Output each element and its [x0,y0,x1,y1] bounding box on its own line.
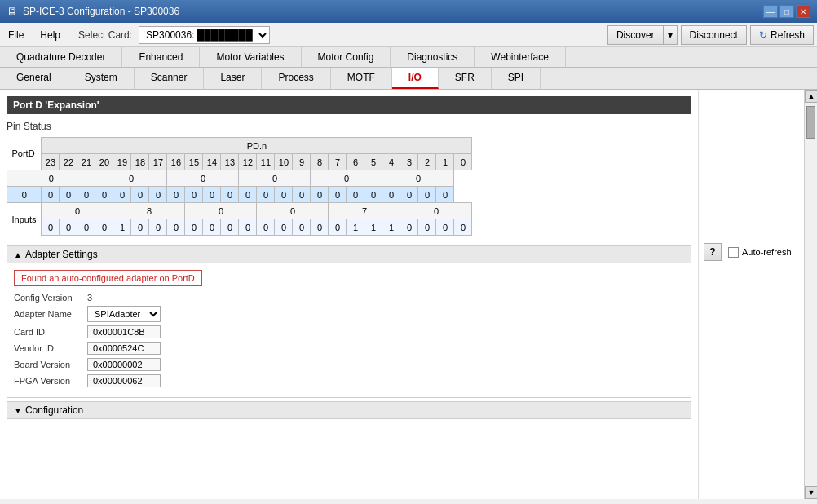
input-cell-6: 0 [149,219,167,236]
input-cell-22: 0 [436,219,454,236]
input-cell-10: 0 [221,219,239,236]
input-cell-15: 0 [311,219,329,236]
config-version-label: Config Version [14,293,87,303]
output-cell-19: 0 [364,187,382,203]
col-header-5: 5 [364,154,382,170]
main-panel: Port D 'Expansion' Pin Status PortD PD.n… [0,90,698,499]
input-cell-5: 0 [131,219,149,236]
inputs-group-row: Inputs 080070 [7,203,472,219]
tab1-motor-variables[interactable]: Motor Variables [200,47,301,67]
output-cell-15: 0 [293,187,311,203]
title-bar: 🖥 SP-ICE-3 Configuration - SP300036 — □ … [0,0,817,23]
outputs-group-3: 0 [239,170,311,187]
tab1-enhanced[interactable]: Enhanced [122,47,200,67]
output-cell-3: 0 [77,187,95,203]
close-button[interactable]: ✕ [796,5,810,18]
col-header-9: 9 [293,154,311,170]
scroll-down-button[interactable]: ▼ [805,486,817,499]
tab1-diagnostics[interactable]: Diagnostics [391,47,475,67]
adapter-name-select[interactable]: SPIAdapter [87,306,161,322]
tab2-spi[interactable]: SPI [492,68,541,89]
scroll-up-button[interactable]: ▲ [805,90,817,103]
scroll-thumb[interactable] [806,106,815,139]
help-menu[interactable]: Help [35,28,65,42]
tab2-sfr[interactable]: SFR [439,68,492,89]
col-header-2: 2 [418,154,436,170]
inputs-group-0: 0 [42,203,113,219]
output-cell-10: 0 [203,187,221,203]
auto-refresh-checkbox[interactable] [728,247,739,258]
input-cell-13: 0 [275,219,293,236]
col-header-7: 7 [329,154,347,170]
tab2-io[interactable]: I/O [392,68,439,89]
input-cell-1: 0 [60,219,77,236]
app-icon: 🖥 [7,5,18,18]
card-select[interactable]: SP300036: ████████ [139,26,270,44]
col-header-3: 3 [400,154,418,170]
outputs-group-4: 0 [311,170,382,187]
col-header-10: 10 [275,154,293,170]
tab2-laser[interactable]: Laser [204,68,262,89]
maximize-button[interactable]: □ [779,5,794,18]
fpga-version-row: FPGA Version 0x00000062 [14,374,684,387]
output-cell-16: 0 [311,187,329,203]
input-cell-8: 0 [185,219,203,236]
output-cell-21: 0 [400,187,418,203]
inputs-group-4: 7 [329,203,400,219]
tab1-webinterface[interactable]: Webinterface [475,47,565,67]
inputs-group-2: 0 [185,203,257,219]
card-id-value: 0x00001C8B [87,325,161,338]
outputs-group-0: 0 [7,170,95,187]
disconnect-button[interactable]: Disconnect [681,25,747,45]
adapter-name-label: Adapter Name [14,309,87,319]
input-cell-17: 1 [347,219,364,236]
discover-group: Discover ▾ [607,25,678,45]
adapter-header[interactable]: ▲ Adapter Settings [7,246,691,263]
input-cell-4: 1 [113,219,131,236]
tab2-process[interactable]: Process [262,68,330,89]
col-header-16: 16 [167,154,185,170]
input-cell-23: 0 [454,219,472,236]
tab-row-1: Quadrature Decoder Enhanced Motor Variab… [0,47,817,68]
output-cell-12: 0 [239,187,257,203]
col-header-14: 14 [203,154,221,170]
tab1-quadrature-decoder[interactable]: Quadrature Decoder [0,47,122,67]
discover-button[interactable]: Discover [607,25,663,45]
config-title: Configuration [25,405,83,416]
outputs-group-5: 0 [382,170,454,187]
col-header-20: 20 [95,154,113,170]
tab2-scanner[interactable]: Scanner [135,68,205,89]
tab2-general[interactable]: General [0,68,68,89]
pin-status-title: Pin Status [7,121,691,132]
adapter-collapse-icon: ▲ [14,250,22,259]
col-header-0: 0 [454,154,472,170]
tab1-motor-config[interactable]: Motor Config [302,47,391,67]
outputs-group-row: 000000 [7,170,472,187]
output-cell-8: 0 [167,187,185,203]
portd-label: PortD [7,138,42,170]
select-card-label: Select Card: [78,29,132,41]
col-header-19: 19 [113,154,131,170]
board-version-row: Board Version 0x00000002 [14,358,684,371]
refresh-icon: ↻ [759,29,767,41]
tab2-system[interactable]: System [68,68,135,89]
vendor-id-row: Vendor ID 0x0000524C [14,342,684,355]
col-header-15: 15 [185,154,203,170]
file-menu[interactable]: File [3,28,29,42]
tab2-motf[interactable]: MOTF [331,68,392,89]
minimize-button[interactable]: — [763,5,778,18]
col-header-23: 23 [42,154,60,170]
refresh-button[interactable]: ↻ Refresh [750,25,814,45]
pin-status-section: Pin Status PortD PD.n 232221201918171615… [7,121,691,236]
input-cell-2: 0 [77,219,95,236]
menu-bar: File Help Select Card: SP300036: ███████… [0,23,817,47]
col-header-21: 21 [77,154,95,170]
config-version-row: Config Version 3 [14,293,684,303]
discover-dropdown-arrow[interactable]: ▾ [663,25,678,45]
help-button[interactable]: ? [704,243,722,261]
config-section: ▼ Configuration [7,401,691,419]
adapter-title: Adapter Settings [25,249,98,260]
scroll-track[interactable] [805,103,817,486]
auto-refresh-wrap: Auto-refresh [728,247,792,258]
config-header[interactable]: ▼ Configuration [7,402,691,418]
